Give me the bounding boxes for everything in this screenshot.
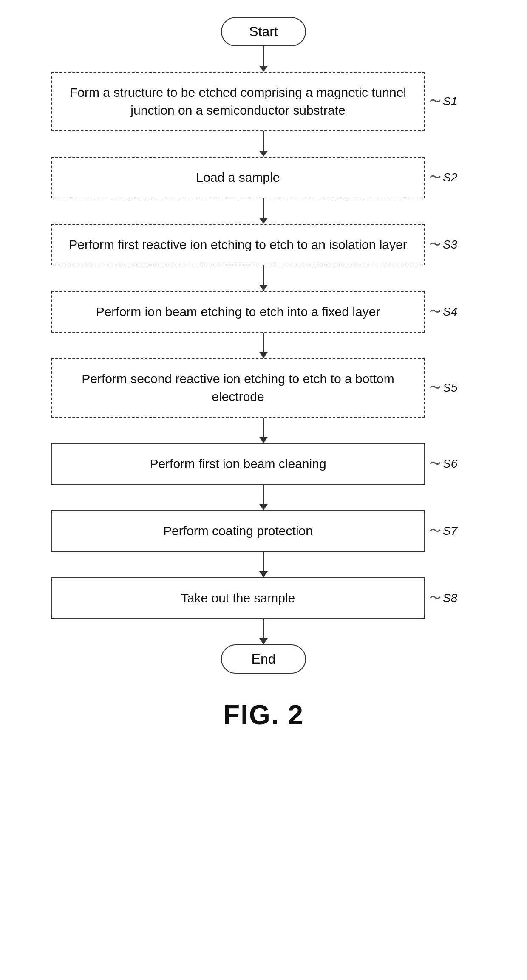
flowchart: Start Form a structure to be etched comp… <box>51 17 476 731</box>
step-label-area-s6: 〜 S6 <box>425 456 476 472</box>
arrow-1 <box>259 131 268 157</box>
step-row-s5: Perform second reactive ion etching to e… <box>51 358 476 418</box>
step-label-area-s4: 〜 S4 <box>425 304 476 320</box>
arrow-6 <box>259 485 268 510</box>
wavy-icon-s7: 〜 <box>429 523 440 539</box>
arrow-7 <box>259 552 268 577</box>
wavy-icon-s4: 〜 <box>429 304 440 320</box>
step-label-area-s8: 〜 S8 <box>425 590 476 606</box>
arrow-2 <box>259 198 268 224</box>
step-row-s1: Form a structure to be etched comprising… <box>51 72 476 131</box>
wavy-icon-s3: 〜 <box>429 237 440 253</box>
start-node: Start <box>221 17 306 46</box>
arrow-4 <box>259 333 268 358</box>
step-label-area-s1: 〜 S1 <box>425 93 476 110</box>
step-label-s4: S4 <box>443 305 457 319</box>
step-box-s8: Take out the sample <box>51 577 425 619</box>
step-label-s3: S3 <box>443 238 457 251</box>
end-node: End <box>221 644 306 674</box>
arrow-8 <box>259 619 268 644</box>
arrow-5 <box>259 418 268 443</box>
step-box-s3: Perform first reactive ion etching to et… <box>51 224 425 265</box>
step-label-area-s3: 〜 S3 <box>425 237 476 253</box>
wavy-icon-s5: 〜 <box>429 380 440 396</box>
step-row-s8: Take out the sample 〜 S8 <box>51 577 476 619</box>
step-box-s4: Perform ion beam etching to etch into a … <box>51 291 425 333</box>
arrow-3 <box>259 265 268 291</box>
step-label-area-s7: 〜 S7 <box>425 523 476 539</box>
step-box-s5: Perform second reactive ion etching to e… <box>51 358 425 418</box>
step-box-s6: Perform first ion beam cleaning <box>51 443 425 485</box>
step-label-s5: S5 <box>443 381 457 395</box>
step-label-s6: S6 <box>443 457 457 471</box>
step-label-s7: S7 <box>443 524 457 538</box>
wavy-icon-s1: 〜 <box>429 93 440 110</box>
step-row-s4: Perform ion beam etching to etch into a … <box>51 291 476 333</box>
wavy-icon-s8: 〜 <box>429 590 440 606</box>
step-box-s7: Perform coating protection <box>51 510 425 552</box>
step-label-s8: S8 <box>443 591 457 605</box>
figure-label: FIG. 2 <box>223 699 304 731</box>
step-row-s7: Perform coating protection 〜 S7 <box>51 510 476 552</box>
step-row-s3: Perform first reactive ion etching to et… <box>51 224 476 265</box>
arrow-0 <box>259 46 268 72</box>
step-label-s2: S2 <box>443 171 457 184</box>
wavy-icon-s2: 〜 <box>429 169 440 186</box>
step-row-s2: Load a sample 〜 S2 <box>51 157 476 198</box>
step-label-s1: S1 <box>443 95 457 108</box>
wavy-icon-s6: 〜 <box>429 456 440 472</box>
step-label-area-s2: 〜 S2 <box>425 169 476 186</box>
step-box-s1: Form a structure to be etched comprising… <box>51 72 425 131</box>
step-label-area-s5: 〜 S5 <box>425 380 476 396</box>
step-row-s6: Perform first ion beam cleaning 〜 S6 <box>51 443 476 485</box>
step-box-s2: Load a sample <box>51 157 425 198</box>
